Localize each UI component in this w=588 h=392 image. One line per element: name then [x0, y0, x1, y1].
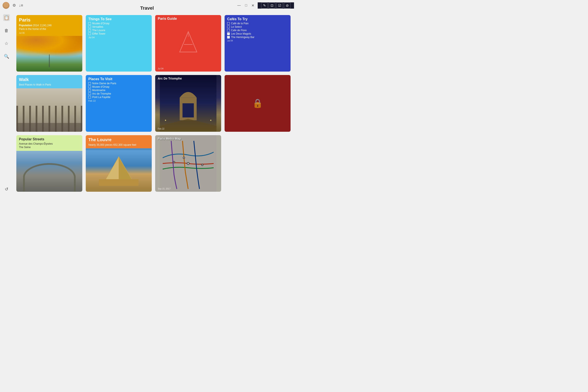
- louvre-body: Nearly 35,000 pieces 652,300 square feet: [88, 143, 149, 147]
- streets-text-section: Popular Streets Avenue des Champs-Élysée…: [16, 135, 82, 151]
- metro-date: Sep 15, 2017: [158, 188, 171, 190]
- header: ⚙ ↓≡ Travel — □ ✕ ✎ ⊡ ☑ ⊘: [0, 0, 294, 11]
- check-montmartre: [88, 89, 91, 92]
- card-walk[interactable]: Walk Best Places to Walk in Paris: [16, 75, 82, 132]
- avatar[interactable]: [2, 2, 10, 9]
- svg-point-3: [165, 120, 166, 121]
- check-louvre: [88, 29, 91, 32]
- minimize-button[interactable]: —: [237, 4, 241, 7]
- paris-guide-title: Paris Guide: [158, 17, 177, 21]
- cafe-label-2: Le Select: [231, 25, 242, 28]
- walk-text-section: Walk Best Places to Walk in Paris: [16, 75, 82, 88]
- paris-body: Population 2014: 2,241,246 Paris is the …: [19, 24, 80, 31]
- maximize-button[interactable]: □: [245, 4, 247, 7]
- metro-image: [155, 135, 221, 192]
- check-musee-orsay: [88, 86, 91, 88]
- sidebar-item-bookmark[interactable]: 📋: [3, 14, 10, 21]
- card-paris-guide[interactable]: Jul 04 Paris Guide: [155, 15, 221, 72]
- cafe-item-5: The Hemingway Bar: [227, 36, 288, 39]
- streets-image: [16, 151, 82, 192]
- lock-icon: 🔒: [252, 98, 263, 108]
- paris-description: Paris is the home of the: [19, 28, 46, 30]
- card-places-to-visit[interactable]: Places To Visit Notre Dame de Paris Muse…: [86, 75, 152, 132]
- paris-guide-image: [155, 15, 221, 72]
- sidebar-item-trash[interactable]: 🗑: [3, 27, 10, 34]
- place-item-2: Musee d'Orsay: [88, 85, 149, 88]
- paris-population-label: Population: [19, 24, 32, 27]
- streets-body: Avenue des Champs-Élysées The Seine: [19, 142, 80, 149]
- page-title: Travel: [140, 5, 154, 11]
- things-item-4: Eiffel Tower: [88, 32, 149, 35]
- check-les-deux: [227, 32, 230, 35]
- place-label-1: Notre Dame de Paris: [92, 82, 116, 85]
- sidebar-item-sync[interactable]: ↺: [3, 186, 10, 192]
- camera-icon[interactable]: ⊡: [269, 2, 275, 8]
- check-cafe-flore: [227, 29, 230, 32]
- check-musee: [88, 22, 91, 25]
- cafe-label-3: Cafe de Flore: [231, 29, 247, 32]
- header-right: — □ ✕ ✎ ⊡ ☑ ⊘: [234, 2, 294, 8]
- arc-image: [155, 75, 221, 132]
- svg-point-4: [210, 120, 211, 121]
- things-checklist: Musée d'Orsay Versailles The Louvre Eiff…: [88, 22, 149, 35]
- svg-rect-2: [182, 103, 194, 118]
- card-popular-streets[interactable]: Popular Streets Avenue des Champs-Élysée…: [16, 135, 82, 192]
- card-locked[interactable]: 🔒: [224, 75, 290, 132]
- place-label-5: Pont La Fayette: [92, 96, 110, 99]
- places-title: Places To Visit: [88, 77, 149, 81]
- cafe-item-2: Le Select: [227, 25, 288, 28]
- close-button[interactable]: ✕: [252, 4, 254, 8]
- cafe-item-4: Les Deux Magots: [227, 32, 288, 35]
- things-label-1: Musée d'Orsay: [92, 22, 110, 25]
- header-left: ⚙ ↓≡: [0, 2, 26, 9]
- cafe-label-5: The Hemingway Bar: [231, 36, 254, 39]
- things-text-section: Things To See Musée d'Orsay Versailles T…: [86, 15, 152, 40]
- places-date: Feb 22: [88, 100, 149, 102]
- walk-image: [16, 88, 82, 132]
- things-label-4: Eiffel Tower: [92, 32, 106, 35]
- louvre-photo: [86, 148, 152, 192]
- sidebar-item-star[interactable]: ☆: [3, 40, 10, 47]
- cafe-label-1: Café de la Paix: [231, 22, 248, 25]
- card-paris[interactable]: Paris Population 2014: 2,241,246 Paris i…: [16, 15, 82, 72]
- place-item-1: Notre Dame de Paris: [88, 82, 149, 85]
- cafes-date: Jul 04: [227, 40, 288, 42]
- edit-icon[interactable]: ✎: [261, 2, 268, 8]
- svg-rect-8: [99, 179, 138, 186]
- things-label-2: Versailles: [92, 25, 103, 28]
- louvre-title: The Louvre: [88, 137, 149, 142]
- sidebar-item-search[interactable]: 🔍: [3, 53, 10, 60]
- card-the-louvre[interactable]: The Louvre Nearly 35,000 pieces 652,300 …: [86, 135, 152, 192]
- places-text-section: Places To Visit Notre Dame de Paris Muse…: [86, 75, 152, 104]
- sort-icon[interactable]: ↓≡: [19, 3, 23, 8]
- things-title: Things To See: [88, 17, 149, 21]
- cafes-text-section: Cafés To Try Café de la Paix Le Select C…: [224, 15, 290, 44]
- cafes-title: Cafés To Try: [227, 17, 288, 21]
- check-cafe-paix: [227, 22, 230, 25]
- place-label-4: Arc de Triomphe: [92, 92, 111, 95]
- louvre-image: [86, 148, 152, 192]
- card-paris-metro[interactable]: Paris Metro Map Sep 15, 2017: [155, 135, 221, 192]
- settings-icon[interactable]: ⚙: [12, 3, 16, 8]
- cafes-checklist: Café de la Paix Le Select Cafe de Flore …: [227, 22, 288, 39]
- check-arc-triomphe: [88, 92, 91, 95]
- streets-line-2: The Seine: [19, 146, 80, 149]
- card-arc-de-triomphe[interactable]: Arc De Triomphe Feb 22: [155, 75, 221, 132]
- card-things-to-see[interactable]: Things To See Musée d'Orsay Versailles T…: [86, 15, 152, 72]
- check-le-select: [227, 26, 230, 28]
- card-cafes-to-try[interactable]: Cafés To Try Café de la Paix Le Select C…: [224, 15, 290, 72]
- metro-overlay: [155, 135, 221, 192]
- arc-label: Arc De Triomphe: [158, 77, 182, 80]
- main-grid: Paris Population 2014: 2,241,246 Paris i…: [13, 11, 294, 196]
- cafe-item-1: Café de la Paix: [227, 22, 288, 25]
- place-label-2: Musee d'Orsay: [92, 85, 110, 88]
- checklist-icon[interactable]: ☑: [276, 2, 283, 8]
- things-item-3: The Louvre: [88, 29, 149, 32]
- things-item-2: Versailles: [88, 25, 149, 28]
- streets-title: Popular Streets: [19, 137, 80, 141]
- place-label-3: Montmartre: [92, 89, 105, 92]
- check-notre-dame: [88, 82, 91, 85]
- sidebar: 📋 🗑 ☆ 🔍 ↺: [0, 11, 13, 196]
- things-date: Jul 04: [88, 36, 149, 39]
- attachment-icon[interactable]: ⊘: [284, 2, 290, 8]
